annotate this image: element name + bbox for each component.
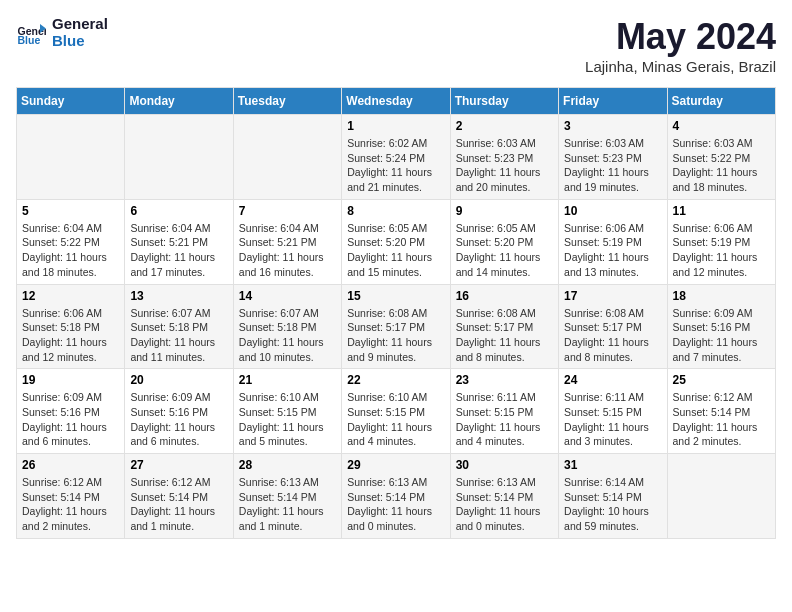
day-number: 4	[673, 119, 770, 133]
calendar-cell: 27Sunrise: 6:12 AMSunset: 5:14 PMDayligh…	[125, 454, 233, 539]
month-title: May 2024	[585, 16, 776, 58]
day-info: Sunrise: 6:09 AMSunset: 5:16 PMDaylight:…	[22, 390, 119, 449]
calendar-cell: 20Sunrise: 6:09 AMSunset: 5:16 PMDayligh…	[125, 369, 233, 454]
day-info: Sunrise: 6:10 AMSunset: 5:15 PMDaylight:…	[347, 390, 444, 449]
calendar-cell: 3Sunrise: 6:03 AMSunset: 5:23 PMDaylight…	[559, 115, 667, 200]
day-number: 25	[673, 373, 770, 387]
day-number: 13	[130, 289, 227, 303]
day-number: 16	[456, 289, 553, 303]
day-info: Sunrise: 6:11 AMSunset: 5:15 PMDaylight:…	[456, 390, 553, 449]
calendar-cell	[233, 115, 341, 200]
day-info: Sunrise: 6:06 AMSunset: 5:18 PMDaylight:…	[22, 306, 119, 365]
day-info: Sunrise: 6:08 AMSunset: 5:17 PMDaylight:…	[456, 306, 553, 365]
day-info: Sunrise: 6:02 AMSunset: 5:24 PMDaylight:…	[347, 136, 444, 195]
page-header: General Blue General Blue May 2024 Lajin…	[16, 16, 776, 75]
day-info: Sunrise: 6:09 AMSunset: 5:16 PMDaylight:…	[673, 306, 770, 365]
header-row: SundayMondayTuesdayWednesdayThursdayFrid…	[17, 88, 776, 115]
header-monday: Monday	[125, 88, 233, 115]
day-number: 14	[239, 289, 336, 303]
day-number: 24	[564, 373, 661, 387]
calendar-cell: 5Sunrise: 6:04 AMSunset: 5:22 PMDaylight…	[17, 199, 125, 284]
week-row-2: 12Sunrise: 6:06 AMSunset: 5:18 PMDayligh…	[17, 284, 776, 369]
week-row-0: 1Sunrise: 6:02 AMSunset: 5:24 PMDaylight…	[17, 115, 776, 200]
calendar-cell: 17Sunrise: 6:08 AMSunset: 5:17 PMDayligh…	[559, 284, 667, 369]
calendar-cell: 11Sunrise: 6:06 AMSunset: 5:19 PMDayligh…	[667, 199, 775, 284]
day-number: 31	[564, 458, 661, 472]
day-number: 1	[347, 119, 444, 133]
day-info: Sunrise: 6:05 AMSunset: 5:20 PMDaylight:…	[456, 221, 553, 280]
calendar-cell	[17, 115, 125, 200]
calendar-cell: 8Sunrise: 6:05 AMSunset: 5:20 PMDaylight…	[342, 199, 450, 284]
calendar-cell: 6Sunrise: 6:04 AMSunset: 5:21 PMDaylight…	[125, 199, 233, 284]
day-number: 5	[22, 204, 119, 218]
day-info: Sunrise: 6:07 AMSunset: 5:18 PMDaylight:…	[130, 306, 227, 365]
calendar-cell: 29Sunrise: 6:13 AMSunset: 5:14 PMDayligh…	[342, 454, 450, 539]
day-info: Sunrise: 6:06 AMSunset: 5:19 PMDaylight:…	[673, 221, 770, 280]
day-info: Sunrise: 6:12 AMSunset: 5:14 PMDaylight:…	[130, 475, 227, 534]
day-number: 3	[564, 119, 661, 133]
svg-text:Blue: Blue	[18, 34, 41, 46]
logo-icon: General Blue	[16, 18, 46, 48]
day-number: 7	[239, 204, 336, 218]
day-info: Sunrise: 6:04 AMSunset: 5:21 PMDaylight:…	[130, 221, 227, 280]
day-number: 20	[130, 373, 227, 387]
calendar-cell: 26Sunrise: 6:12 AMSunset: 5:14 PMDayligh…	[17, 454, 125, 539]
day-number: 18	[673, 289, 770, 303]
header-sunday: Sunday	[17, 88, 125, 115]
day-number: 9	[456, 204, 553, 218]
day-info: Sunrise: 6:12 AMSunset: 5:14 PMDaylight:…	[22, 475, 119, 534]
day-info: Sunrise: 6:07 AMSunset: 5:18 PMDaylight:…	[239, 306, 336, 365]
header-tuesday: Tuesday	[233, 88, 341, 115]
day-info: Sunrise: 6:12 AMSunset: 5:14 PMDaylight:…	[673, 390, 770, 449]
calendar-cell: 14Sunrise: 6:07 AMSunset: 5:18 PMDayligh…	[233, 284, 341, 369]
day-info: Sunrise: 6:08 AMSunset: 5:17 PMDaylight:…	[347, 306, 444, 365]
calendar-cell: 15Sunrise: 6:08 AMSunset: 5:17 PMDayligh…	[342, 284, 450, 369]
day-info: Sunrise: 6:13 AMSunset: 5:14 PMDaylight:…	[456, 475, 553, 534]
location: Lajinha, Minas Gerais, Brazil	[585, 58, 776, 75]
week-row-4: 26Sunrise: 6:12 AMSunset: 5:14 PMDayligh…	[17, 454, 776, 539]
calendar-cell: 7Sunrise: 6:04 AMSunset: 5:21 PMDaylight…	[233, 199, 341, 284]
header-wednesday: Wednesday	[342, 88, 450, 115]
calendar-cell: 30Sunrise: 6:13 AMSunset: 5:14 PMDayligh…	[450, 454, 558, 539]
calendar-cell: 12Sunrise: 6:06 AMSunset: 5:18 PMDayligh…	[17, 284, 125, 369]
day-number: 21	[239, 373, 336, 387]
day-number: 17	[564, 289, 661, 303]
calendar-cell: 25Sunrise: 6:12 AMSunset: 5:14 PMDayligh…	[667, 369, 775, 454]
week-row-1: 5Sunrise: 6:04 AMSunset: 5:22 PMDaylight…	[17, 199, 776, 284]
day-number: 10	[564, 204, 661, 218]
calendar-cell: 23Sunrise: 6:11 AMSunset: 5:15 PMDayligh…	[450, 369, 558, 454]
calendar-cell: 2Sunrise: 6:03 AMSunset: 5:23 PMDaylight…	[450, 115, 558, 200]
day-number: 19	[22, 373, 119, 387]
day-number: 12	[22, 289, 119, 303]
calendar-cell: 18Sunrise: 6:09 AMSunset: 5:16 PMDayligh…	[667, 284, 775, 369]
day-info: Sunrise: 6:11 AMSunset: 5:15 PMDaylight:…	[564, 390, 661, 449]
day-info: Sunrise: 6:08 AMSunset: 5:17 PMDaylight:…	[564, 306, 661, 365]
day-info: Sunrise: 6:04 AMSunset: 5:21 PMDaylight:…	[239, 221, 336, 280]
day-number: 2	[456, 119, 553, 133]
day-info: Sunrise: 6:03 AMSunset: 5:23 PMDaylight:…	[564, 136, 661, 195]
calendar-table: SundayMondayTuesdayWednesdayThursdayFrid…	[16, 87, 776, 539]
day-number: 29	[347, 458, 444, 472]
calendar-cell: 9Sunrise: 6:05 AMSunset: 5:20 PMDaylight…	[450, 199, 558, 284]
calendar-cell: 31Sunrise: 6:14 AMSunset: 5:14 PMDayligh…	[559, 454, 667, 539]
calendar-cell: 16Sunrise: 6:08 AMSunset: 5:17 PMDayligh…	[450, 284, 558, 369]
header-thursday: Thursday	[450, 88, 558, 115]
day-number: 27	[130, 458, 227, 472]
title-block: May 2024 Lajinha, Minas Gerais, Brazil	[585, 16, 776, 75]
header-friday: Friday	[559, 88, 667, 115]
day-number: 23	[456, 373, 553, 387]
day-number: 26	[22, 458, 119, 472]
day-number: 28	[239, 458, 336, 472]
day-info: Sunrise: 6:13 AMSunset: 5:14 PMDaylight:…	[347, 475, 444, 534]
day-number: 22	[347, 373, 444, 387]
calendar-cell: 10Sunrise: 6:06 AMSunset: 5:19 PMDayligh…	[559, 199, 667, 284]
calendar-cell: 19Sunrise: 6:09 AMSunset: 5:16 PMDayligh…	[17, 369, 125, 454]
day-number: 30	[456, 458, 553, 472]
day-info: Sunrise: 6:03 AMSunset: 5:22 PMDaylight:…	[673, 136, 770, 195]
calendar-cell	[125, 115, 233, 200]
calendar-cell	[667, 454, 775, 539]
day-info: Sunrise: 6:14 AMSunset: 5:14 PMDaylight:…	[564, 475, 661, 534]
calendar-cell: 13Sunrise: 6:07 AMSunset: 5:18 PMDayligh…	[125, 284, 233, 369]
calendar-cell: 4Sunrise: 6:03 AMSunset: 5:22 PMDaylight…	[667, 115, 775, 200]
logo-general: General	[52, 16, 108, 33]
